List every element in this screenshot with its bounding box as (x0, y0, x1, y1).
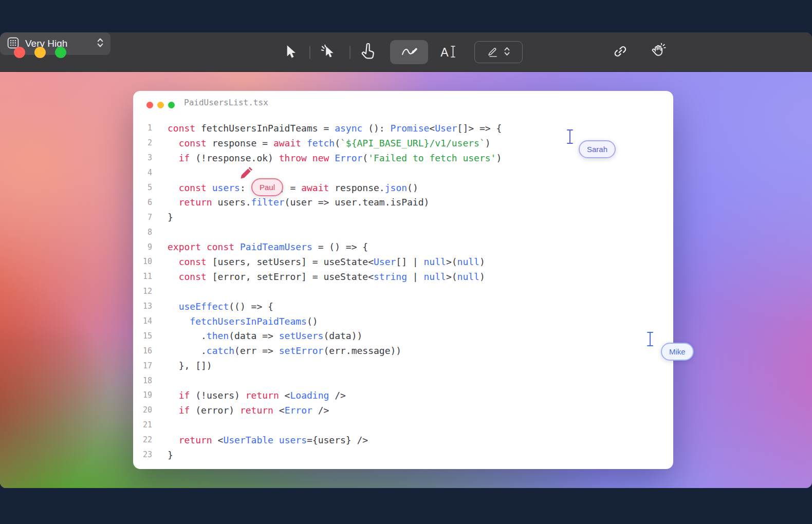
pointing-hand-tool-button[interactable] (360, 44, 376, 61)
code-line: 18 (133, 373, 673, 388)
line-number: 10 (133, 257, 152, 266)
presence-label: Paul (251, 178, 283, 196)
code-text: const [error, setError] = useState<strin… (168, 271, 485, 282)
code-text: }, []) (168, 360, 212, 371)
zoom-button[interactable] (55, 47, 66, 58)
code-text: } (168, 450, 173, 460)
line-number: 16 (133, 346, 152, 355)
line-number: 19 (133, 390, 152, 400)
scribble-pen-icon (400, 45, 418, 60)
line-number: 22 (133, 435, 152, 444)
pointer-cursor-icon (283, 44, 298, 61)
text-ibeam-cursor-icon (565, 138, 575, 146)
line-number: 11 (133, 272, 152, 281)
code-text: if (!users) return <Loading /> (168, 390, 346, 401)
toolbar-divider (309, 46, 310, 59)
code-line: 7} (133, 210, 673, 224)
code-text: if (!response.ok) throw new Error('Faile… (168, 153, 502, 163)
multi-pointer-cursor-icon (320, 44, 336, 61)
code-line: 13 useEffect(() => { (133, 299, 673, 314)
code-line: 4 (133, 165, 673, 180)
line-number: 15 (133, 331, 152, 341)
code-text: fetchUsersInPaidTeams() (168, 316, 318, 327)
code-line: 10 const [users, setUsers] = useState<Us… (133, 254, 673, 269)
code-line: 19 if (!users) return <Loading /> (133, 388, 673, 403)
line-number: 20 (133, 405, 152, 415)
code-text: useEffect(() => { (168, 301, 273, 312)
pointer-tool-button[interactable] (282, 44, 299, 61)
screen: A (0, 0, 812, 524)
file-title: PaidUsersList.tsx (184, 98, 268, 107)
presence-label: Sarah (579, 140, 616, 158)
line-number: 2 (133, 138, 152, 147)
presence-label: Mike (661, 343, 694, 361)
stroke-pen-icon (487, 45, 499, 60)
line-number: 18 (133, 376, 152, 385)
line-number: 1 (133, 123, 152, 133)
text-ibeam-cursor-icon (645, 340, 655, 349)
code-line: 1const fetchUsersInPaidTeams = async ():… (133, 121, 673, 136)
editor-window-controls (146, 102, 175, 108)
code-text: if (error) return <Error /> (168, 405, 329, 416)
editor-zoom-button[interactable] (168, 102, 175, 108)
code-text: .then(data => setUsers(data)) (168, 330, 362, 341)
presence-cursor-sarah: Sarah (565, 128, 575, 147)
editor-minimize-button[interactable] (157, 102, 164, 108)
code-text: return users.filter(user => user.team.is… (168, 197, 429, 208)
text-ibeam-icon (450, 45, 456, 60)
code-text: const users: User[] = await response.jso… (168, 182, 418, 193)
line-number: 23 (133, 450, 152, 459)
screen-share-app-window: A (0, 32, 812, 488)
code-text: const fetchUsersInPaidTeams = async (): … (168, 123, 502, 134)
chevron-up-down-icon (504, 46, 510, 59)
wave-hand-button[interactable] (650, 43, 668, 61)
code-text: return <UserTable users={users} /> (168, 435, 368, 445)
wave-hand-sparkles-icon (651, 43, 667, 61)
code-line: 22 return <UserTable users={users} /> (133, 433, 673, 447)
editor-close-button[interactable] (146, 102, 153, 108)
code-line: 21 (133, 418, 673, 433)
line-number: 21 (133, 420, 152, 429)
presence-cursor-paul: Paul (237, 164, 255, 184)
stroke-style-dropdown[interactable] (474, 41, 523, 63)
code-line: 9export const PaidTeamUsers = () => { (133, 239, 673, 254)
line-number: 13 (133, 302, 152, 311)
copy-link-button[interactable] (612, 44, 629, 61)
text-tool-button[interactable]: A (436, 44, 460, 61)
toolbar: A (0, 32, 812, 72)
code-line: 15 .then(data => setUsers(data)) (133, 328, 673, 343)
presence-cursor-mike: Mike (645, 331, 655, 349)
chevron-up-down-icon (97, 37, 104, 50)
code-line: 11 const [error, setError] = useState<st… (133, 269, 673, 284)
line-number: 7 (133, 213, 152, 222)
code-line: 23} (133, 447, 673, 462)
code-line: 6 return users.filter(user => user.team.… (133, 195, 673, 210)
code-line: 8 (133, 224, 673, 239)
minimize-button[interactable] (34, 47, 46, 58)
close-button[interactable] (14, 47, 25, 58)
pointing-hand-icon (360, 43, 376, 62)
code-text: const [users, setUsers] = useState<User[… (168, 256, 485, 267)
text-tool-letter: A (440, 47, 448, 59)
code-line: 16 .catch(err => setError(err.message)) (133, 343, 673, 358)
draw-tool-button[interactable] (390, 40, 428, 64)
line-number: 6 (133, 198, 152, 207)
line-number: 3 (133, 153, 152, 162)
line-number: 9 (133, 242, 152, 252)
line-number: 4 (133, 168, 152, 177)
multi-pointer-tool-button[interactable] (320, 44, 336, 61)
shared-desktop-wallpaper: PaidUsersList.tsx 1const fetchUsersInPai… (0, 72, 812, 488)
line-number: 17 (133, 361, 152, 370)
code-line: 17 }, []) (133, 358, 673, 373)
code-line: 14 fetchUsersInPaidTeams() (133, 314, 673, 329)
code-line: 20 if (error) return <Error /> (133, 403, 673, 418)
link-chain-icon (613, 44, 628, 61)
toolbar-divider (349, 46, 350, 59)
line-number: 12 (133, 287, 152, 296)
window-controls (14, 47, 66, 58)
code-line: 12 (133, 284, 673, 299)
code-line: 5 const users: User[] = await response.j… (133, 180, 673, 195)
line-number: 8 (133, 228, 152, 237)
code-text: const response = await fetch(`${API_BASE… (168, 138, 491, 148)
line-number: 14 (133, 316, 152, 326)
